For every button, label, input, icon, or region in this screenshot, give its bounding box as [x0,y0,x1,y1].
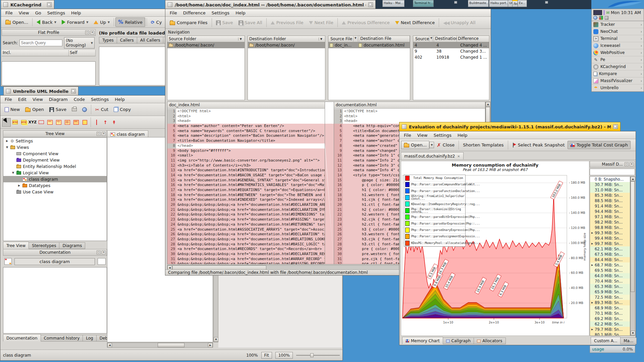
snapshot-item[interactable]: 65.9 MiB: Sn... [590,289,630,295]
deskbar-item-massifvisualizer[interactable]: MassifVisualizer› [592,77,644,84]
difference-row[interactable]: 938Changed 3... [413,48,489,54]
save-button[interactable]: Save [47,105,69,114]
source-diff-pane[interactable]: doc_index.html 1<!DOCTYPE html>2<html>3<… [167,102,325,264]
massif-data-header[interactable]: Massif D... ◻✕ [590,161,635,168]
select-peak-snapshot-button[interactable]: Select Peak Snapshot [509,141,568,149]
expander-icon[interactable]: ▼ [11,171,15,174]
snapshot-item[interactable]: 99.4 MiB: Sn... [590,236,630,241]
menu-code[interactable]: Code [71,96,88,103]
deskbar-item-iceweasel[interactable]: Iceweasel› [592,42,644,49]
enum-tool[interactable]: ABC [72,118,80,127]
snapshot-item[interactable]: 94.4 MiB: Sn... [590,209,630,214]
flat-profile-list[interactable] [2,61,96,85]
menu-help[interactable]: Help [68,10,84,16]
print-preview-button[interactable] [79,106,90,114]
zoom-icon[interactable] [47,2,52,7]
tree-item-datatypes[interactable]: ▶Datatypes [3,182,107,189]
save-button[interactable]: Save [213,18,236,27]
background-window-tab[interactable]: Ev... [518,0,527,7]
float-icon[interactable]: ◻ [97,250,101,254]
source-folder-row[interactable]: /boot/home/.bacon/ [167,42,245,48]
new-button[interactable]: New [2,105,22,114]
documentation-editor[interactable] [3,267,107,334]
slider-handle[interactable] [310,353,314,357]
legend-entry[interactable]: Total Memory Heap Consumption [404,175,465,181]
menu-diagram[interactable]: Diagram [46,96,71,103]
close-tab-icon[interactable]: ✕ [457,155,460,158]
background-window-button[interactable] [545,1,548,4]
forward-button[interactable]: Forward▼ [59,18,91,26]
deskbar-item-kompare[interactable]: Kompare› [592,70,644,77]
snapshot-item[interactable]: ▶68.7 MiB: Sn... [590,262,630,268]
select-tool[interactable] [2,118,11,127]
snapshot-item[interactable]: 68.9 MiB: Sn... [590,305,630,311]
expander-icon[interactable]: ▶ [591,232,595,234]
snapshot-item[interactable]: 80.1 MiB: Sn... [590,332,630,336]
legend-entry[interactable]: QString::fromLatin1_helper(char const... [404,194,465,201]
snapshot-item[interactable]: 98.8 MiB: Sn... [590,225,630,230]
kcachegrind-title-tab[interactable]: KCachegrind [1,0,54,9]
box-tool[interactable] [37,118,46,127]
copy-button[interactable]: Copy [111,105,133,114]
snapshot-item[interactable]: ▶89.3 MiB: Sn... [590,300,630,305]
menu-settings[interactable]: Settings [44,10,68,16]
menu-help[interactable]: Help [232,10,249,16]
association-tool[interactable] [92,118,101,127]
flat-profile-columns[interactable]: Incl.Self [2,50,96,56]
expander-icon[interactable]: ▶ [591,301,595,304]
deskbar-item-tracker[interactable]: Tracker› [592,21,644,28]
tab-callers[interactable]: Callers [117,37,137,44]
snapshot-item[interactable]: 0 B: Snapsho... [590,177,630,182]
background-window-tab[interactable]: Haiku - Mai... [382,0,405,7]
previous-difference-button[interactable]: Previous Difference [339,18,392,27]
snapshot-item[interactable]: 69.2 MiB: Sn... [590,316,630,321]
difference-row[interactable]: 44Changed 4 ... [413,42,489,48]
chevron-down-icon[interactable]: ▼ [108,21,110,24]
zoom-icon[interactable] [71,89,76,94]
processor-icon[interactable] [605,16,608,20]
tab-diagrams[interactable]: Diagrams [59,242,85,249]
deskbar-item-neochat[interactable]: NeoChat› [592,28,644,35]
snapshot-item[interactable]: 69.5 MiB: Sn... [590,268,630,273]
tab-log[interactable]: Log [83,335,96,342]
menu-settings[interactable]: Settings [209,10,232,16]
snapshot-scrollbar[interactable]: ▲ ▼ [630,176,635,336]
menu-file[interactable]: File [2,96,15,103]
next-file-button[interactable]: Next File [306,18,336,27]
tree-item-use-case-view[interactable]: Use Case View [3,189,107,195]
flat-profile-header[interactable]: Flat Profile ◻✕ [2,29,96,36]
search-input[interactable] [19,40,62,46]
expander-icon[interactable]: ▶ [591,328,595,331]
close-icon[interactable]: ✕ [102,132,106,136]
chevron-down-icon[interactable]: ▼ [54,21,56,24]
composition-tool[interactable]: ↟ [110,118,118,127]
documentation-checkbox[interactable] [98,258,106,265]
tree-item-deployment-view[interactable]: Deployment View [3,157,107,163]
menu-file[interactable]: File [167,10,180,16]
tab-custom-a-[interactable]: Custom A... [591,337,621,344]
next-difference-button[interactable]: Next Difference [392,18,437,27]
umbrello-title-tab[interactable]: Umbrello UML Modeller [3,86,78,96]
close-icon[interactable] [168,2,172,7]
menu-go[interactable]: Go [32,10,44,16]
close-icon[interactable]: ✕ [90,31,94,35]
tab-callgraph[interactable]: Callgraph [443,338,474,344]
snapshot-item[interactable]: 70.1 MiB: Sn... [590,311,630,316]
close-icon[interactable] [6,89,11,94]
tree-item-component-view[interactable]: Component View [3,150,107,157]
differences-columns[interactable]: Source Line▼Destination LDifference [413,36,489,42]
difference-row[interactable]: 40210918Changed 1 ... [413,54,489,60]
tree-item-settings[interactable]: ▶⚙Settings [3,138,107,144]
generalization-tool[interactable]: ↑ [101,118,110,127]
tab-memory-chart[interactable]: Memory Chart [402,337,443,344]
open-button[interactable]: Open [22,105,47,114]
kcachegrind-empty-view[interactable] [99,47,170,85]
document-tab[interactable]: massif.out.duchainify.bz2✕ [401,152,464,160]
snapshot-item[interactable]: 70.4 MiB: Sn... [590,279,630,284]
background-window-tab[interactable]: Terminal h:... [413,0,434,7]
tab-all-callers[interactable]: All Callers [137,37,164,44]
close-icon[interactable]: ✕ [630,162,634,166]
up-button[interactable]: Up▼ [91,18,112,26]
menu-file[interactable]: File [2,10,16,16]
deskbar-item-pe[interactable]: ✎Pe› [592,56,644,63]
